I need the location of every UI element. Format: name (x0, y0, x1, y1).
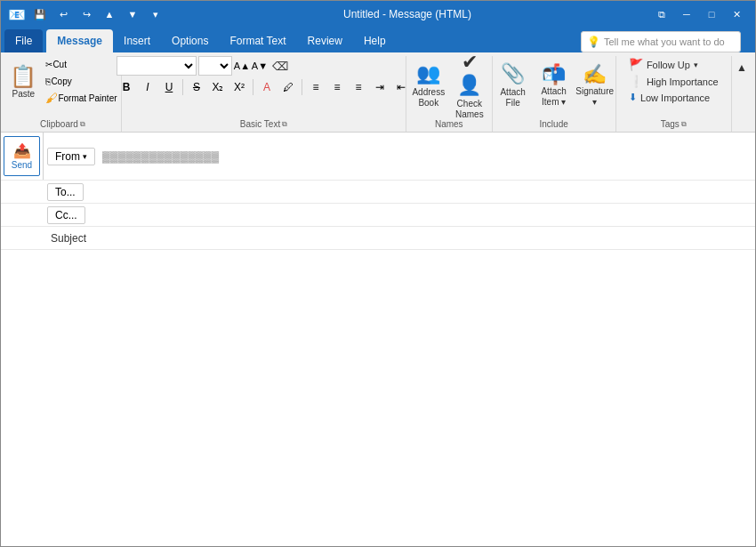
subscript-button[interactable]: X₂ (208, 77, 228, 97)
attach-item-button[interactable]: 📬 AttachItem ▾ (535, 60, 574, 111)
send-icon: 📤 (13, 142, 31, 159)
cc-button[interactable]: Cc... (47, 206, 85, 224)
from-dropdown-icon: ▾ (83, 152, 87, 161)
attach-item-icon: 📬 (542, 63, 566, 86)
to-button[interactable]: To... (47, 183, 84, 201)
app-window: 📧 💾 ↩ ↪ ▲ ▼ ▾ Untitled - Message (HTML) … (0, 0, 756, 547)
qat-save[interactable]: 💾 (31, 5, 49, 23)
qat-more[interactable]: ▾ (147, 5, 165, 23)
basic-text-label: Basic Text ⧉ (127, 117, 400, 132)
underline-button[interactable]: U (159, 77, 179, 97)
follow-up-button[interactable]: 🚩 Follow Up ▾ (625, 56, 722, 73)
include-group: 📎 Attach File 📬 AttachItem ▾ ✍ Signature… (493, 56, 616, 132)
font-color-button[interactable]: A (257, 77, 277, 97)
cc-input[interactable] (89, 207, 755, 223)
qat-down[interactable]: ▼ (124, 5, 141, 23)
compose-body[interactable] (1, 250, 755, 546)
ribbon-collapse-button[interactable]: ▲ (732, 58, 752, 77)
attach-file-button[interactable]: 📎 Attach File (494, 60, 533, 111)
paste-icon: 📋 (10, 64, 36, 89)
high-importance-icon: ❕ (629, 75, 643, 88)
cut-button[interactable]: ✂ Cut (43, 56, 119, 72)
title-bar: 📧 💾 ↩ ↪ ▲ ▼ ▾ Untitled - Message (HTML) … (1, 1, 755, 28)
title-bar-controls: ⧉ ─ □ ✕ (650, 5, 748, 23)
cc-row: Cc... (1, 204, 755, 227)
close-btn[interactable]: ✕ (725, 5, 748, 23)
signature-button[interactable]: ✍ Signature ▾ (575, 60, 615, 111)
superscript-button[interactable]: X² (229, 77, 249, 97)
tab-file[interactable]: File (4, 29, 43, 52)
font-size-select[interactable] (198, 56, 232, 76)
to-input[interactable] (87, 184, 755, 200)
clear-format-button[interactable]: ⌫ (269, 56, 291, 76)
compose-area: 📤 Send From ▾ ▓▓▓▓▓▓▓▓▓▓▓▓▓▓▓ To... (1, 133, 755, 546)
tab-format-text[interactable]: Format Text (219, 29, 296, 52)
format-painter-icon: 🖌 (45, 91, 58, 105)
window-title: Untitled - Message (HTML) (165, 8, 650, 20)
copy-button[interactable]: ⎘ Copy (43, 73, 119, 89)
subject-row: Subject (1, 227, 755, 250)
qat-undo[interactable]: ↩ (54, 5, 72, 23)
maximize-btn[interactable]: □ (700, 5, 723, 23)
tab-options[interactable]: Options (161, 29, 219, 52)
font-grow-button[interactable]: A▲ (234, 58, 250, 74)
send-button[interactable]: 📤 Send (4, 136, 40, 176)
align-center-button[interactable]: ≡ (327, 77, 347, 97)
qat-up[interactable]: ▲ (101, 5, 118, 23)
high-importance-button[interactable]: ❕ High Importance (625, 73, 722, 90)
bold-button[interactable]: B (117, 77, 136, 97)
tell-me-box[interactable]: 💡 Tell me what you want to do (581, 31, 741, 52)
attach-item-with-arrow: 📬 AttachItem ▾ (541, 63, 566, 108)
subject-input[interactable] (93, 230, 755, 246)
include-content: 📎 Attach File 📬 AttachItem ▾ ✍ Signature… (494, 56, 615, 117)
format-row: B I U S X₂ X² A 🖊 ≡ ≡ ≡ ⇥ ⇤ (117, 77, 411, 97)
strikethrough-button[interactable]: S (187, 77, 206, 97)
divider2 (253, 79, 253, 95)
highlight-button[interactable]: 🖊 (278, 77, 298, 97)
send-button-area: 📤 Send (1, 133, 44, 180)
from-address: ▓▓▓▓▓▓▓▓▓▓▓▓▓▓▓ (99, 149, 755, 165)
paste-button[interactable]: 📋 Paste (5, 56, 41, 106)
italic-button[interactable]: I (138, 77, 157, 97)
align-left-button[interactable]: ≡ (306, 77, 326, 97)
low-importance-label: Low Importance (640, 93, 710, 103)
main-content: 📤 Send From ▾ ▓▓▓▓▓▓▓▓▓▓▓▓▓▓▓ To... (1, 133, 755, 546)
to-row: To... (1, 181, 755, 204)
format-painter-button[interactable]: 🖌 Format Painter (43, 90, 119, 106)
align-right-button[interactable]: ≡ (349, 77, 368, 97)
low-importance-button[interactable]: ⬇ Low Importance (625, 90, 722, 105)
restore-btn[interactable]: ⧉ (650, 5, 673, 23)
address-book-icon: 👥 (416, 62, 440, 85)
names-label: Names (412, 117, 487, 132)
ribbon-tabs: File Message Insert Options Format Text … (1, 28, 755, 52)
clipboard-content: 📋 Paste ✂ Cut ⎘ Copy 🖌 Format Painter (5, 56, 119, 117)
from-button[interactable]: From ▾ (47, 148, 95, 165)
follow-up-arrow: ▾ (694, 60, 698, 69)
cut-icon: ✂ (45, 60, 52, 69)
names-group: 👥 Address Book ✔👤 Check Names Names (406, 56, 493, 132)
tell-me-placeholder: Tell me what you want to do (604, 36, 725, 47)
subject-label: Subject (44, 232, 93, 245)
tab-help[interactable]: Help (353, 29, 397, 52)
font-shrink-button[interactable]: A▼ (252, 58, 268, 74)
names-content: 👥 Address Book ✔👤 Check Names (409, 56, 489, 117)
tags-group: 🚩 Follow Up ▾ ❕ High Importance ⬇ Low Im… (616, 56, 732, 132)
ribbon-content: 📋 Paste ✂ Cut ⎘ Copy 🖌 Format Painter (1, 52, 755, 133)
basic-text-expand-icon[interactable]: ⧉ (282, 120, 287, 129)
minimize-btn[interactable]: ─ (675, 5, 698, 23)
tags-expand-icon[interactable]: ⧉ (681, 120, 687, 129)
tab-insert[interactable]: Insert (113, 29, 161, 52)
address-book-button[interactable]: 👥 Address Book (409, 60, 448, 111)
font-select[interactable] (117, 56, 197, 76)
qat-redo[interactable]: ↪ (77, 5, 95, 23)
tags-label: Tags ⧉ (622, 117, 726, 132)
check-names-button[interactable]: ✔👤 Check Names (450, 60, 489, 111)
indent-increase-button[interactable]: ⇥ (370, 77, 390, 97)
tab-message[interactable]: Message (46, 29, 113, 52)
tab-review[interactable]: Review (297, 29, 353, 52)
clipboard-label: Clipboard ⧉ (10, 117, 116, 132)
tags-content: 🚩 Follow Up ▾ ❕ High Importance ⬇ Low Im… (625, 56, 722, 117)
check-names-icon: ✔👤 (452, 51, 487, 97)
clipboard-expand-icon[interactable]: ⧉ (80, 120, 85, 129)
basic-text-group: A▲ A▼ ⌫ B I U S X₂ X² A 🖊 ≡ (122, 56, 406, 132)
